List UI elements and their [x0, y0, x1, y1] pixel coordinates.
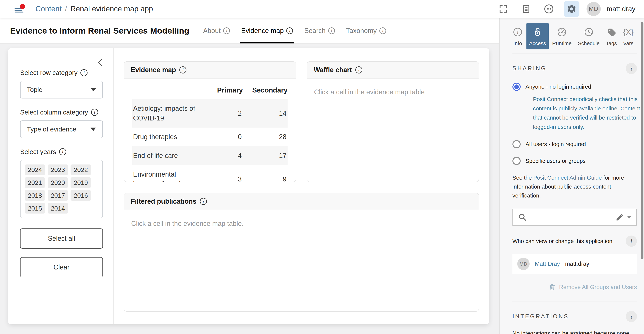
- info-icon[interactable]: [80, 69, 88, 76]
- username-label[interactable]: matt.dray: [607, 5, 636, 13]
- year-chip[interactable]: 2018: [25, 190, 45, 201]
- tab-taxonomy[interactable]: Taxonomy: [340, 18, 392, 43]
- column-category-label: Select column category: [20, 108, 103, 116]
- fullscreen-icon[interactable]: [496, 1, 511, 17]
- info-icon[interactable]: [355, 66, 362, 73]
- avatar: MD: [517, 258, 530, 270]
- radio-icon[interactable]: [512, 83, 521, 91]
- tab-schedule[interactable]: Schedule: [575, 23, 602, 49]
- cell-secondary[interactable]: 9: [243, 175, 288, 182]
- sharing-option-anyone[interactable]: Anyone - no login required: [512, 83, 637, 91]
- cell-primary[interactable]: 3: [204, 175, 243, 182]
- tab-runtime[interactable]: Runtime: [550, 23, 574, 49]
- year-chip[interactable]: 2019: [70, 177, 91, 188]
- user-avatar[interactable]: MD: [586, 2, 601, 16]
- cell-primary[interactable]: 2: [204, 109, 243, 117]
- info-icon[interactable]: [328, 27, 335, 34]
- year-chip[interactable]: 2020: [48, 177, 68, 188]
- filtered-publications-panel-title: Filtered publications: [131, 198, 196, 205]
- posit-connect-logo-icon[interactable]: [14, 3, 26, 14]
- list-item-user[interactable]: MD Matt Dray matt.dray: [512, 254, 637, 274]
- radio-icon[interactable]: [512, 140, 521, 148]
- admin-guide-note: See the Posit Connect Admin Guide for mo…: [512, 173, 632, 200]
- info-icon[interactable]: [626, 311, 637, 322]
- tab-access[interactable]: Access: [526, 23, 548, 49]
- year-chip[interactable]: 2017: [48, 190, 68, 201]
- divider: [512, 53, 637, 54]
- select-all-button[interactable]: Select all: [20, 228, 103, 249]
- sharing-option-all-users-label: All users - login required: [526, 141, 586, 147]
- clock-icon: [584, 27, 594, 37]
- tab-search[interactable]: Search: [298, 18, 340, 43]
- column-header-primary[interactable]: Primary: [204, 86, 243, 94]
- sharing-option-anyone-label: Anyone - no login required: [526, 83, 591, 90]
- year-chip[interactable]: 2014: [48, 203, 68, 214]
- breadcrumb-separator: /: [65, 5, 67, 13]
- gauge-icon: [557, 27, 567, 37]
- breadcrumb-content-link[interactable]: Content: [36, 5, 62, 13]
- info-icon[interactable]: [200, 198, 207, 205]
- tab-access-label: Access: [529, 40, 546, 46]
- log-icon[interactable]: [518, 1, 534, 17]
- info-icon[interactable]: [59, 148, 66, 155]
- sharing-option-specific-label: Specific users or groups: [526, 158, 586, 164]
- tab-schedule-label: Schedule: [578, 40, 600, 46]
- info-icon[interactable]: [223, 27, 230, 34]
- sharing-option-specific[interactable]: Specific users or groups: [512, 157, 637, 165]
- admin-guide-link[interactable]: Posit Connect Admin Guide: [533, 175, 602, 181]
- user-search-input[interactable]: [512, 209, 637, 226]
- cell-secondary[interactable]: 28: [243, 133, 288, 141]
- tab-info[interactable]: i Info: [510, 23, 526, 49]
- integrations-section-header: INTEGRATIONS: [512, 311, 637, 322]
- breadcrumb-page-title: Renal evidence map app: [70, 5, 153, 13]
- info-icon[interactable]: [286, 27, 293, 34]
- tab-tags[interactable]: Tags: [603, 23, 619, 49]
- viewers-header: Who can view or change this application: [512, 236, 637, 247]
- radio-icon[interactable]: [512, 157, 521, 165]
- evidence-map-panel-title: Evidence map: [131, 66, 176, 74]
- row-category-select[interactable]: Topic: [20, 81, 103, 98]
- cell-secondary[interactable]: 17: [243, 152, 288, 160]
- svg-text:i: i: [517, 29, 518, 35]
- scrollbar[interactable]: [641, 22, 644, 259]
- cell-primary[interactable]: 4: [204, 152, 243, 160]
- integrations-empty-note: No integrations can be assigned because …: [512, 329, 634, 334]
- year-chip[interactable]: 2022: [70, 164, 91, 175]
- column-category-value: Type of evidence: [27, 125, 76, 133]
- app-main-area: Evidence map Primary Secondary Aetiology…: [114, 48, 489, 324]
- waffle-chart-panel-header: Waffle chart: [307, 62, 479, 78]
- more-menu-icon[interactable]: [541, 1, 557, 17]
- app-nav-tabs: About Evidence map Search Taxonomy: [198, 18, 392, 43]
- info-icon[interactable]: [91, 109, 98, 116]
- chevron-down-icon: [90, 128, 96, 131]
- cell-primary[interactable]: 0: [204, 133, 243, 141]
- table-row: End of life care 4 17: [132, 146, 288, 165]
- info-icon[interactable]: [626, 63, 637, 74]
- info-icon[interactable]: [380, 27, 386, 34]
- year-chip[interactable]: 2016: [70, 190, 91, 201]
- info-icon[interactable]: [179, 66, 186, 73]
- edit-permission-icon[interactable]: [616, 213, 632, 222]
- year-chip[interactable]: 2024: [25, 164, 45, 175]
- search-icon: [518, 213, 527, 222]
- year-chip[interactable]: 2021: [25, 177, 45, 188]
- remove-all-link[interactable]: Remove All Groups and Users: [559, 284, 637, 291]
- tab-about[interactable]: About: [198, 18, 236, 43]
- year-chip[interactable]: 2015: [25, 203, 45, 214]
- tab-tags-label: Tags: [606, 40, 617, 46]
- settings-gear-icon[interactable]: [564, 1, 580, 17]
- sharing-option-all-users[interactable]: All users - login required: [512, 140, 637, 148]
- column-header-secondary[interactable]: Secondary: [243, 86, 288, 94]
- column-category-select[interactable]: Type of evidence: [20, 120, 103, 138]
- year-chip[interactable]: 2023: [48, 164, 68, 175]
- remove-all-row: Remove All Groups and Users: [512, 284, 637, 291]
- sidebar-collapse-icon[interactable]: [98, 60, 104, 65]
- tab-vars[interactable]: Vars: [620, 23, 636, 49]
- evidence-map-panel-header: Evidence map: [124, 62, 296, 78]
- row-topic: Drug therapies: [132, 132, 204, 142]
- info-icon[interactable]: [626, 236, 637, 247]
- user-display-name-link[interactable]: Matt Dray: [535, 261, 560, 267]
- clear-button[interactable]: Clear: [20, 257, 103, 277]
- tab-evidence-map[interactable]: Evidence map: [236, 18, 298, 43]
- cell-secondary[interactable]: 14: [243, 109, 288, 117]
